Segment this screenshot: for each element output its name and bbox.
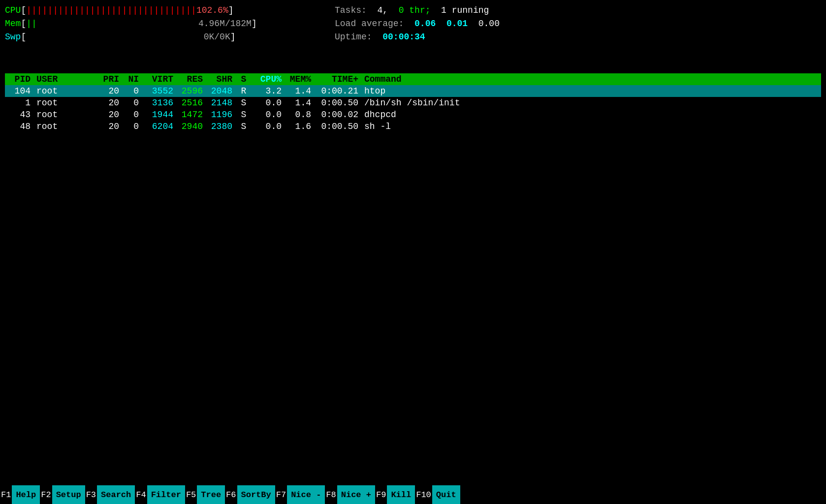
cell-virt: 6204 [143, 122, 177, 131]
fkey-f2-label: Setup [52, 485, 85, 504]
fkey-f8-num: F8 [325, 485, 337, 504]
cell-ni: 0 [123, 86, 143, 96]
col-header-pid: PID [5, 74, 34, 84]
cell-user: root [34, 98, 94, 108]
col-header-time: TIME+ [315, 74, 364, 84]
cell-pri: 20 [94, 98, 123, 108]
cell-mem: 1.6 [286, 122, 315, 131]
cell-time: 0:00.50 [315, 122, 364, 131]
load-1min: 0.06 [409, 19, 436, 29]
cell-virt: 1944 [143, 110, 177, 120]
cell-mem: 1.4 [286, 86, 315, 96]
fkey-f10-num: F10 [415, 485, 432, 504]
fkey-f10-label: Quit [432, 485, 460, 504]
fkey-f1[interactable]: F1 Help [0, 485, 40, 504]
terminal: CPU [ |||||||||||||||||||||||||||||||| 1… [0, 0, 826, 504]
col-header-shr: SHR [207, 74, 236, 84]
cell-cmd: /bin/sh /sbin/init [364, 98, 821, 108]
cell-virt: 3136 [143, 98, 177, 108]
stats-section: Tasks: 4, 0 thr; 1 running Load average:… [335, 4, 500, 44]
fkey-f4-label: Filter [147, 485, 185, 504]
load-line: Load average: 0.06 0.01 0.00 [335, 17, 500, 31]
cell-s: R [236, 86, 251, 96]
fkey-f2-num: F2 [40, 485, 52, 504]
cell-shr: 2148 [207, 98, 236, 108]
fkey-f9[interactable]: F9 Kill [375, 485, 415, 504]
cell-res: 1472 [177, 110, 207, 120]
fkey-f10[interactable]: F10 Quit [415, 485, 460, 504]
cell-cmd: dhcpcd [364, 110, 821, 120]
cell-res: 2596 [177, 86, 207, 96]
fkey-f3-label: Search [97, 485, 135, 504]
fkey-f1-num: F1 [0, 485, 12, 504]
process-table: PID USER PRI NI VIRT RES SHR S CPU% MEM%… [5, 73, 821, 132]
fkey-f9-label: Kill [387, 485, 415, 504]
table-row[interactable]: 48 root 20 0 6204 2940 2380 S 0.0 1.6 0:… [5, 121, 821, 132]
col-header-pri: PRI [94, 74, 123, 84]
cell-shr: 1196 [207, 110, 236, 120]
cell-res: 2940 [177, 122, 207, 131]
swp-label: Swp [5, 31, 21, 44]
col-header-user: USER [34, 74, 94, 84]
table-row[interactable]: 43 root 20 0 1944 1472 1196 S 0.0 0.8 0:… [5, 109, 821, 121]
cell-cpu: 0.0 [251, 98, 286, 108]
fkey-f8[interactable]: F8 Nice + [325, 485, 375, 504]
fkey-f6[interactable]: F6 SortBy [225, 485, 275, 504]
cpu-percent: 102.6% [196, 4, 228, 17]
fkey-f5[interactable]: F5 Tree [185, 485, 225, 504]
cell-ni: 0 [123, 98, 143, 108]
cell-ni: 0 [123, 110, 143, 120]
cell-mem: 0.8 [286, 110, 315, 120]
table-row[interactable]: 1 root 20 0 3136 2516 2148 S 0.0 1.4 0:0… [5, 97, 821, 109]
fkey-f7-num: F7 [275, 485, 287, 504]
mem-value: 4.96M/182M [39, 17, 252, 31]
fkey-f7-label: Nice - [287, 485, 325, 504]
cell-s: S [236, 110, 251, 120]
cell-pid: 43 [5, 110, 34, 120]
cell-pid: 48 [5, 122, 34, 131]
cell-s: S [236, 98, 251, 108]
cell-mem: 1.4 [286, 98, 315, 108]
fkey-f5-label: Tree [197, 485, 225, 504]
mem-bar: || [26, 17, 37, 31]
col-header-s: S [236, 74, 251, 84]
fkey-f7[interactable]: F7 Nice - [275, 485, 325, 504]
load-5min: 0.01 [441, 19, 468, 29]
cell-cmd: sh -l [364, 122, 821, 131]
footer-bar: F1 Help F2 Setup F3 Search F4 Filter F5 … [0, 485, 826, 504]
uptime-label: Uptime: [335, 32, 372, 42]
cell-ni: 0 [123, 122, 143, 131]
cell-time: 0:00.21 [315, 86, 364, 96]
col-header-ni: NI [123, 74, 143, 84]
cell-shr: 2380 [207, 122, 236, 131]
cell-pid: 1 [5, 98, 34, 108]
tasks-line: Tasks: 4, 0 thr; 1 running [335, 4, 500, 17]
fkey-f1-label: Help [12, 485, 40, 504]
cell-cpu: 0.0 [251, 110, 286, 120]
col-header-virt: VIRT [143, 74, 177, 84]
cell-cpu: 3.2 [251, 86, 286, 96]
fkey-f2[interactable]: F2 Setup [40, 485, 85, 504]
cell-cmd: htop [364, 86, 821, 96]
cell-user: root [34, 86, 94, 96]
mem-label: Mem [5, 17, 21, 31]
fkey-f6-num: F6 [225, 485, 237, 504]
uptime-line: Uptime: 00:00:34 [335, 31, 500, 44]
fkey-f3[interactable]: F3 Search [85, 485, 135, 504]
cpu-bar: |||||||||||||||||||||||||||||||| [26, 4, 196, 17]
cell-user: root [34, 122, 94, 131]
table-row[interactable]: 104 root 20 0 3552 2596 2048 R 3.2 1.4 0… [5, 85, 821, 97]
tasks-label: Tasks: [335, 5, 367, 15]
cpu-label: CPU [5, 4, 21, 17]
col-header-cpu: CPU% [251, 74, 286, 84]
fkey-f6-label: SortBy [237, 485, 275, 504]
tasks-count: 4, [372, 5, 388, 15]
fkey-f5-num: F5 [185, 485, 197, 504]
fkey-f8-label: Nice + [337, 485, 375, 504]
cell-time: 0:00.02 [315, 110, 364, 120]
col-header-res: RES [177, 74, 207, 84]
cell-user: root [34, 110, 94, 120]
fkey-f4[interactable]: F4 Filter [135, 485, 185, 504]
cell-res: 2516 [177, 98, 207, 108]
cell-s: S [236, 122, 251, 131]
